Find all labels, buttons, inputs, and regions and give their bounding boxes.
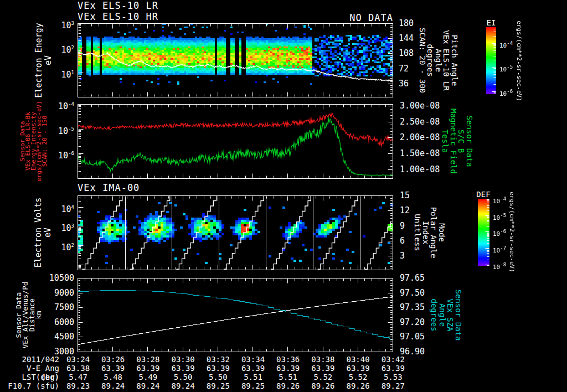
cb2-tick-10e-6: 10-6 xyxy=(493,227,506,236)
p4-ytick-7500: 7500 xyxy=(40,303,74,312)
footer-cell-r0c7: 03:38 xyxy=(306,355,340,364)
p2-rtick-4: 1.00e-08 xyxy=(400,165,440,174)
cb1-tick-10e-5: 10-5 xyxy=(499,63,513,71)
p4-ytick-6000: 6000 xyxy=(40,318,74,327)
footer-cell-r2c9: 5.53 xyxy=(376,373,410,381)
p1-rtick-36: 36 xyxy=(399,79,409,88)
footer-cell-r1c2: 63.39 xyxy=(131,364,165,373)
intensity-bfield-canvas xyxy=(78,104,393,179)
footer-cell-r2c1: 5.48 xyxy=(96,373,130,381)
p4-rtick-3: 97.20 xyxy=(400,318,425,327)
p4-left-axis-title: Sensor DataVEx Alt/Venus/PdDistancekm xyxy=(16,282,42,348)
footer-cell-r1c9: 63.39 xyxy=(376,364,410,373)
footer-cell-r1c1: 63.39 xyxy=(96,364,130,373)
ei-colorbar-canvas xyxy=(486,27,496,94)
footer-cell-r3c6: 89.26 xyxy=(271,381,305,390)
cb2-tick-10e-8: 10-8 xyxy=(493,260,506,269)
footer-cell-r0c3: 03:30 xyxy=(166,355,200,364)
p1-rtick-180: 180 xyxy=(399,19,414,28)
footer-cell-r0c8: 03:40 xyxy=(341,355,375,364)
footer-cell-r0c9: 03:42 xyxy=(376,355,410,364)
p2-rtick-2: 2.00e-08 xyxy=(400,133,440,142)
p1-right-axis-title: Pitch AngleVEx ELS-10 LRAngledegreesSCAN… xyxy=(419,28,459,93)
p4-rtick-0: 97.65 xyxy=(400,274,425,282)
p1-left-axis-title: Electron EnergyeV xyxy=(34,23,53,97)
p2-left-axis-title: Sensor DataVEx ELS-06 LR-BkEnergy Intens… xyxy=(20,101,48,182)
footer-cell-r2c3: 5.50 xyxy=(166,373,200,381)
p1-rtick-72: 72 xyxy=(399,64,409,73)
p4-ytick-4500: 4500 xyxy=(40,332,74,341)
footer-cell-r0c0: 03:24 xyxy=(61,355,95,364)
footer-cell-r2c2: 5.49 xyxy=(131,373,165,381)
footer-cell-r3c9: 89.27 xyxy=(376,381,410,390)
footer-cell-r1c0: 63.38 xyxy=(61,364,95,373)
no-data-label: NO DATA xyxy=(310,12,393,23)
p3-rtick-3: 3 xyxy=(400,251,405,260)
footer-cell-r1c5: 63.39 xyxy=(236,364,270,373)
cb2-tick-10e-4: 10-4 xyxy=(493,194,506,203)
cb2-tick-10e-5: 10-5 xyxy=(493,211,506,220)
cb1-tick-10e-6: 10-6 xyxy=(499,87,513,96)
footer-cell-r2c6: 5.51 xyxy=(271,373,305,381)
cb1-units: ergs/(cm**2-sr-sec-eV) xyxy=(516,20,522,101)
footer-cell-r2c5: 5.51 xyxy=(236,373,270,381)
p3-rtick-9: 9 xyxy=(400,221,405,230)
alt-sza-canvas xyxy=(78,278,393,352)
footer-row-label-1: V-E Ang (deg) xyxy=(0,364,59,373)
plot-page: VEx ELS-10 LR VEx ELS-10 HR NO DATA VEx … xyxy=(0,0,567,392)
footer-cell-r0c1: 03:26 xyxy=(96,355,130,364)
footer-cell-r3c1: 89.24 xyxy=(96,381,130,390)
ima-spectrogram-canvas xyxy=(78,195,393,270)
p1-rtick-108: 108 xyxy=(399,49,414,58)
p4-rtick-1: 97.50 xyxy=(400,288,425,297)
footer-cell-r3c3: 89.24 xyxy=(166,381,200,390)
footer-cell-r0c2: 03:28 xyxy=(131,355,165,364)
panel1-title-line2: VEx ELS-10 HR xyxy=(78,11,158,22)
p4-ytick-9000: 9000 xyxy=(40,288,74,297)
footer-cell-r2c7: 5.52 xyxy=(306,373,340,381)
footer-cell-r2c0: 5.47 xyxy=(61,373,95,381)
p2-right-axis-title: Sensor DataS/C BMagnetic FieldTesla xyxy=(441,109,473,174)
p1-rtick-144: 144 xyxy=(399,34,414,43)
footer-cell-r3c8: 89.26 xyxy=(341,381,375,390)
p3-left-axis-title: Electron VoltseV xyxy=(34,198,53,267)
footer-cell-r3c5: 89.25 xyxy=(236,381,270,390)
p4-ytick-10500: 10500 xyxy=(40,274,74,282)
p4-rtick-4: 97.05 xyxy=(400,332,425,341)
p4-right-axis-title: Sensor DataVEx SZAAngledegrees xyxy=(430,290,462,341)
footer-cell-r2c8: 5.52 xyxy=(341,373,375,381)
p2-rtick-3: 1.50e-08 xyxy=(400,149,440,158)
footer-cell-r3c7: 89.26 xyxy=(306,381,340,390)
footer-cell-r3c2: 89.24 xyxy=(131,381,165,390)
footer-row-label-0: 2011/042 xyxy=(0,355,59,364)
footer-row-label-3: F10.7 (sfu) xyxy=(0,381,59,390)
footer-cell-r3c4: 89.25 xyxy=(201,381,235,390)
p3-rtick-6: 6 xyxy=(400,236,405,245)
footer-cell-r2c4: 5.50 xyxy=(201,373,235,381)
p3-rtick-15: 15 xyxy=(400,191,410,200)
footer-cell-r1c7: 63.39 xyxy=(306,364,340,373)
footer-row-label-2: LST (hr) xyxy=(0,373,59,381)
cb2-tick-10e-7: 10-7 xyxy=(493,244,506,252)
p2-rtick-1: 2.50e-08 xyxy=(400,117,440,126)
footer-cell-r3c0: 89.23 xyxy=(61,381,95,390)
def-colorbar-label: DEF xyxy=(475,190,492,199)
p4-rtick-2: 97.35 xyxy=(400,303,425,312)
footer-cell-r1c4: 63.39 xyxy=(201,364,235,373)
p3-right-axis-title: ModePolar AngleIndexUnitless xyxy=(414,207,446,259)
footer-cell-r0c6: 03:36 xyxy=(271,355,305,364)
panel1-title-line1: VEx ELS-10 LR xyxy=(78,0,158,11)
footer-cell-r1c8: 63.39 xyxy=(341,364,375,373)
cb2-units: ergs/(cm**2-sr-sec-eV) xyxy=(509,192,515,272)
cb1-tick-10e-4: 10-4 xyxy=(499,39,513,48)
els-spectrogram-canvas xyxy=(78,23,393,97)
footer-cell-r1c6: 63.39 xyxy=(271,364,305,373)
footer-cell-r0c5: 03:34 xyxy=(236,355,270,364)
p2-rtick-0: 3.00e-08 xyxy=(400,101,440,110)
footer-cell-r0c4: 03:32 xyxy=(201,355,235,364)
p3-rtick-12: 12 xyxy=(400,206,410,215)
ei-colorbar-label: EI xyxy=(483,18,499,27)
def-colorbar-canvas xyxy=(478,199,489,266)
panel3-title: VEx IMA-00 xyxy=(78,182,140,193)
footer-cell-r1c3: 63.39 xyxy=(166,364,200,373)
